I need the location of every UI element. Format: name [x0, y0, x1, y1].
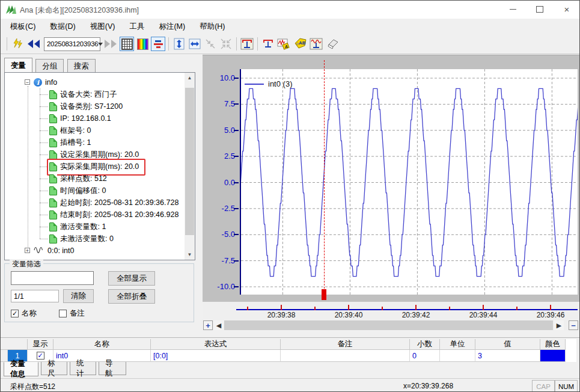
scroll-right-icon[interactable]: ▶: [554, 320, 564, 330]
decimals-cell[interactable]: 0: [410, 350, 440, 362]
zoom-in-x-button[interactable]: +: [203, 320, 213, 330]
tree-leaf-label: 设备大类: 西门子: [60, 90, 117, 100]
collapse-all-button[interactable]: 全部折叠: [108, 289, 155, 304]
scroll-left-icon[interactable]: ◀: [214, 320, 224, 330]
filter-by-name-checkbox[interactable]: ✓ 名称: [11, 308, 37, 319]
fit-horizontal-button[interactable]: [188, 37, 202, 51]
refresh-button[interactable]: [10, 37, 25, 51]
filter-by-comment-checkbox[interactable]: 备注: [59, 308, 85, 319]
curve-style-button[interactable]: [151, 37, 165, 51]
tree-node-int0[interactable]: 0:0: int0: [34, 245, 74, 257]
grid-toggle-button[interactable]: [120, 37, 134, 51]
document-icon: [49, 138, 57, 147]
expand-toggle-icon[interactable]: +: [25, 248, 30, 253]
expression-cell[interactable]: [0:0]: [151, 350, 281, 362]
column-header-index[interactable]: [1, 339, 28, 350]
prev-dataset-button[interactable]: [26, 37, 41, 51]
collapse-toggle-icon[interactable]: −: [25, 79, 30, 85]
small-ruler-button[interactable]: [261, 37, 275, 51]
tree-leaf-1[interactable]: 设备类别: S7-1200: [49, 100, 123, 112]
tab-variables[interactable]: 变量: [4, 58, 32, 73]
tree-leaf-9[interactable]: 起始时刻: 2025-08-31 20:39:36.728: [49, 197, 179, 209]
tree-connector: [40, 227, 48, 227]
menu-item-3[interactable]: 工具: [122, 19, 151, 34]
column-header-显示[interactable]: 显示: [28, 339, 53, 350]
comment-cell[interactable]: [281, 350, 410, 362]
tab-groups[interactable]: 分组: [35, 59, 64, 73]
add-ruler-button[interactable]: [240, 37, 254, 51]
dataset-combobox[interactable]: 20250831203936: [44, 37, 100, 51]
unit-cell[interactable]: [440, 350, 475, 362]
x-axis-minor-tick: [247, 307, 248, 310]
name-cell[interactable]: int0: [53, 350, 151, 362]
menu-item-0[interactable]: 模板(C): [3, 19, 43, 34]
chart-h-scrollbar: + ◀ ▶ −: [203, 320, 580, 331]
annotate-ab-button[interactable]: AB: [292, 37, 308, 51]
tree-leaf-6[interactable]: 实际采集周期(ms): 20.0: [49, 161, 139, 173]
tree-leaf-8[interactable]: 时间偏移值: 0: [49, 185, 106, 197]
column-header-备注[interactable]: 备注: [281, 339, 410, 350]
document-icon: [49, 222, 57, 231]
annotate-a-button[interactable]: A: [276, 37, 291, 51]
bottom-tab-0[interactable]: 变量信息: [4, 362, 38, 376]
tree-leaf-5[interactable]: 设定采集周期(ms): 20.0: [49, 149, 139, 161]
menu-item-1[interactable]: 数据(D): [43, 19, 82, 34]
zoom-restore-button[interactable]: [203, 37, 218, 51]
column-header-值[interactable]: 值: [475, 339, 540, 350]
variable-filter-group: 变量筛选 全部显示 1/1 清除 全部折叠 ✓ 名称 备注: [4, 263, 194, 322]
tree-leaf-7[interactable]: 采样点数: 512: [49, 173, 107, 185]
next-dataset-button[interactable]: [103, 37, 118, 51]
column-header-单位[interactable]: 单位: [440, 339, 475, 350]
menu-item-5[interactable]: 帮助(H): [192, 19, 232, 34]
menu-item-2[interactable]: 视图(V): [83, 19, 123, 34]
tab-search[interactable]: 搜索: [67, 59, 96, 73]
tree-leaf-4[interactable]: 插槽号: 1: [49, 136, 91, 149]
time-cursor-handle[interactable]: [322, 289, 326, 300]
color-swatch-cell[interactable]: [540, 350, 566, 362]
bottom-tab-3[interactable]: 导航: [99, 362, 126, 375]
zoom-out-x-button[interactable]: −: [569, 320, 578, 330]
maximize-button[interactable]: [526, 1, 554, 18]
tree-leaf-11[interactable]: 激活变量数: 1: [49, 221, 106, 233]
tree-scrollbar-thumb[interactable]: [185, 88, 194, 235]
bottom-tab-1[interactable]: 标尺: [41, 362, 67, 375]
annotate-ab-icon: AB: [293, 37, 307, 51]
tree-node-info[interactable]: iinfo: [34, 76, 57, 88]
bottom-tab-2[interactable]: 统计: [70, 362, 96, 375]
time-cursor-line[interactable]: [324, 60, 325, 295]
fit-vertical-button[interactable]: [172, 37, 186, 51]
menu-item-4[interactable]: 标注(M): [151, 19, 192, 34]
tree-connector: [40, 142, 48, 143]
document-icon: [49, 102, 57, 111]
x-axis-major-tick: [483, 305, 484, 310]
show-all-button[interactable]: 全部显示: [108, 271, 155, 286]
eraser-button[interactable]: [325, 37, 340, 51]
ruler-wave-button[interactable]: [309, 37, 323, 51]
plot-area[interactable]: [240, 69, 578, 295]
filter-input[interactable]: [11, 271, 94, 285]
bottom-panel: 显示名称表达式备注小数单位值颜色 1 ✓ int0 [0:0] 0 3 变量信息…: [1, 337, 579, 392]
column-header-小数[interactable]: 小数: [410, 339, 440, 350]
tree-scrollbar[interactable]: ▲ ▼: [185, 73, 195, 260]
close-button[interactable]: ×: [553, 1, 580, 18]
table-corner-cell: [1, 350, 8, 362]
minimize-button[interactable]: [499, 1, 527, 18]
scroll-down-icon[interactable]: ▼: [185, 250, 195, 260]
clear-button[interactable]: 清除: [63, 289, 94, 303]
colormap-button[interactable]: [135, 37, 150, 51]
tree-leaf-label: 设定采集周期(ms): 20.0: [60, 150, 139, 160]
document-icon: [49, 234, 57, 243]
tree-leaf-0[interactable]: 设备大类: 西门子: [49, 88, 117, 100]
tree-leaf-2[interactable]: IP: 192.168.0.1: [49, 112, 111, 124]
value-cell[interactable]: 3: [475, 350, 540, 362]
tree-leaf-10[interactable]: 结束时刻: 2025-08-31 20:39:46.928: [49, 209, 179, 221]
column-header-名称[interactable]: 名称: [53, 339, 151, 350]
tree-leaf-3[interactable]: 框架号: 0: [49, 124, 91, 136]
h-scrollbar-thumb[interactable]: [224, 320, 553, 330]
zoom-collapse-button[interactable]: [219, 37, 233, 51]
scroll-up-icon[interactable]: ▲: [185, 73, 195, 83]
column-header-颜色[interactable]: 颜色: [540, 339, 566, 350]
tree-leaf-label: 设备类别: S7-1200: [60, 102, 123, 112]
column-header-表达式[interactable]: 表达式: [151, 339, 281, 350]
tree-leaf-12[interactable]: 未激活变量数: 0: [49, 233, 114, 245]
